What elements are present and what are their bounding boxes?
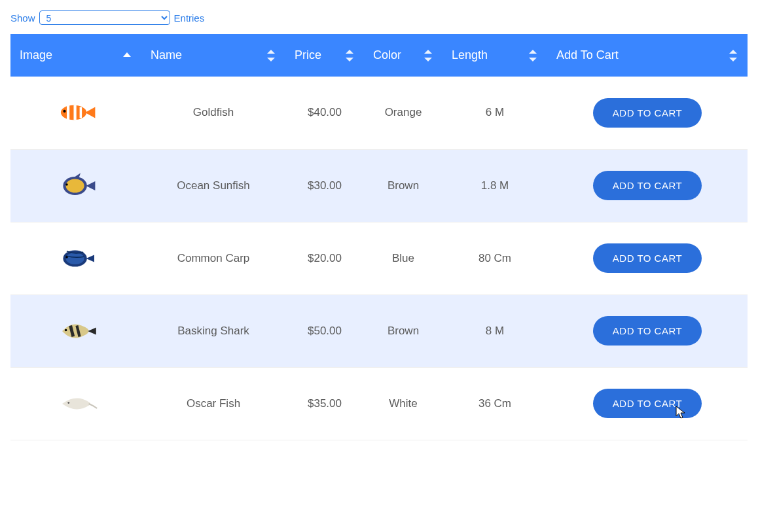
add-to-cart-button[interactable]: ADD TO CART	[593, 98, 702, 128]
sort-icon	[529, 50, 537, 62]
cell-price: $20.00	[285, 222, 364, 294]
show-label: Show	[10, 12, 35, 24]
col-image[interactable]: Image	[10, 34, 141, 77]
table-row: Basking Shark$50.00Brown8 MADD TO CART	[10, 294, 748, 367]
cell-price: $30.00	[285, 149, 364, 222]
cell-name: Ocean Sunfish	[141, 149, 285, 222]
table-row: Ocean Sunfish$30.00Brown1.8 MADD TO CART	[10, 149, 748, 222]
col-cart[interactable]: Add To Cart	[547, 34, 748, 77]
cell-image	[10, 77, 141, 149]
cell-length: 1.8 M	[442, 149, 547, 222]
svg-point-12	[67, 402, 69, 404]
svg-point-4	[63, 110, 65, 113]
sort-icon	[729, 50, 737, 62]
cell-color: Brown	[364, 149, 442, 222]
cell-price: $40.00	[285, 77, 364, 149]
cell-image	[10, 149, 141, 222]
cell-length: 36 Cm	[442, 367, 547, 440]
cell-color: Orange	[364, 77, 442, 149]
fish-image	[53, 242, 99, 275]
cell-image	[10, 367, 141, 440]
add-to-cart-button[interactable]: ADD TO CART	[593, 316, 702, 346]
svg-rect-2	[74, 105, 77, 120]
add-to-cart-button[interactable]: ADD TO CART	[593, 389, 702, 418]
col-length[interactable]: Length	[442, 34, 547, 77]
table-row: Goldfish$40.00Orange6 MADD TO CART	[10, 77, 748, 149]
cell-color: White	[364, 367, 442, 440]
sort-icon	[267, 50, 275, 62]
entries-control: Show 5 Entries	[10, 10, 748, 25]
sort-icon	[424, 50, 432, 62]
cell-name: Goldfish	[141, 77, 285, 149]
fish-image	[53, 387, 99, 420]
cell-cart: ADD TO CART	[547, 149, 748, 222]
cell-name: Oscar Fish	[141, 367, 285, 440]
cell-name: Basking Shark	[141, 294, 285, 367]
cell-color: Blue	[364, 222, 442, 294]
svg-point-11	[65, 328, 67, 331]
fish-image	[53, 96, 99, 129]
cell-length: 8 M	[442, 294, 547, 367]
sort-icon	[346, 50, 353, 62]
cell-cart: ADD TO CART	[547, 367, 748, 440]
svg-point-6	[66, 179, 84, 192]
svg-point-9	[66, 252, 84, 264]
fish-image	[53, 315, 99, 347]
cell-price: $35.00	[285, 367, 364, 440]
col-color[interactable]: Color	[364, 34, 442, 77]
cell-name: Common Carp	[141, 222, 285, 294]
cell-cart: ADD TO CART	[547, 222, 748, 294]
col-name[interactable]: Name	[141, 34, 285, 77]
cell-cart: ADD TO CART	[547, 77, 748, 149]
col-price[interactable]: Price	[285, 34, 364, 77]
table-row: Common Carp$20.00Blue80 CmADD TO CART	[10, 222, 748, 294]
cell-length: 6 M	[442, 77, 547, 149]
svg-point-10	[65, 256, 68, 258]
entries-select[interactable]: 5	[39, 10, 170, 25]
table-row: Oscar Fish$35.00White36 CmADD TO CART	[10, 367, 748, 440]
add-to-cart-button[interactable]: ADD TO CART	[593, 243, 702, 273]
cell-image	[10, 222, 141, 294]
cell-cart: ADD TO CART	[547, 294, 748, 367]
fish-image	[53, 169, 99, 202]
add-to-cart-button[interactable]: ADD TO CART	[593, 171, 702, 200]
cell-image	[10, 294, 141, 367]
product-table: Image Name Price Color Length Add To Car…	[10, 34, 748, 440]
entries-label: Entries	[174, 12, 205, 24]
svg-rect-3	[80, 107, 82, 118]
cell-price: $50.00	[285, 294, 364, 367]
cell-color: Brown	[364, 294, 442, 367]
svg-point-7	[65, 183, 68, 186]
cell-length: 80 Cm	[442, 222, 547, 294]
svg-rect-1	[67, 105, 69, 120]
sort-asc-icon	[123, 50, 131, 62]
